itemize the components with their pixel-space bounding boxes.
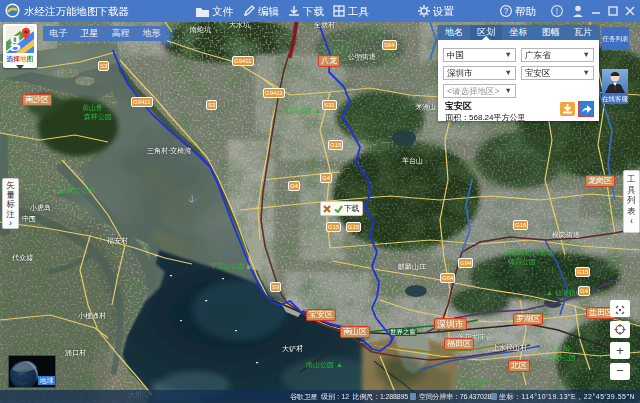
svg-text:g: g <box>10 27 21 51</box>
svg-text:!: ! <box>556 6 558 16</box>
svg-text:?: ? <box>504 6 509 16</box>
